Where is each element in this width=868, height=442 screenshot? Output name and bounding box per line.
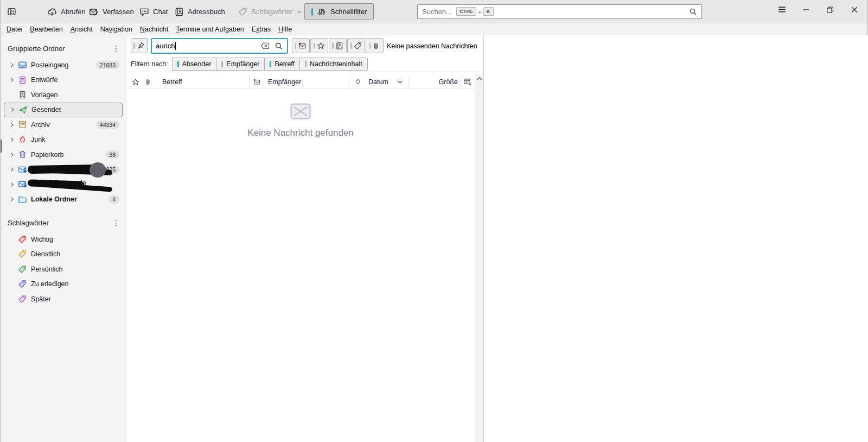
filter-unread-button[interactable] (292, 38, 310, 53)
column-starred[interactable] (132, 74, 139, 89)
menu-extras[interactable]: Extras (248, 24, 275, 34)
thread-list-scrollbar[interactable] (475, 74, 483, 442)
folder-item-entwuerfe[interactable]: Entwürfe (4, 73, 123, 88)
filter-contacts-button[interactable] (329, 38, 347, 53)
chevron-right-icon[interactable] (7, 77, 17, 83)
folder-item-account-redacted-2[interactable]: de (4, 177, 123, 192)
folder-item-papierkorb[interactable]: Papierkorb 38 (4, 147, 123, 162)
filter-starred-button[interactable] (310, 38, 328, 53)
menu-nachricht[interactable]: Nachricht (136, 24, 173, 34)
menu-termine-und-aufgaben[interactable]: Termine und Aufgaben (173, 24, 248, 34)
thread-column-headers: Betreff Empfänger Datum Größe (126, 74, 483, 89)
chevron-right-icon[interactable] (7, 151, 17, 158)
folder-item-vorlagen[interactable]: Vorlagen (4, 87, 123, 103)
chevron-right-icon[interactable] (7, 136, 17, 143)
minimize-button[interactable] (794, 0, 818, 19)
empty-state-message: Keine Nachricht gefunden (126, 128, 475, 138)
quickfilter-pin-button[interactable] (131, 38, 148, 53)
column-divider[interactable] (409, 76, 409, 87)
menu-datei[interactable]: Datei (3, 24, 26, 34)
folder-item-lokale-ordner[interactable]: Lokale Ordner 4 (4, 192, 123, 207)
filter-nachrichteninhalt-button[interactable]: Nachrichteninhalt (299, 58, 368, 71)
quickfilter-search-input[interactable]: aurich (151, 38, 288, 54)
app-menu-button[interactable] (770, 0, 794, 19)
close-icon (851, 6, 858, 14)
chevron-right-icon[interactable] (7, 62, 17, 68)
quickfilter-sliders-icon (317, 8, 326, 16)
chevron-right-icon[interactable] (7, 196, 17, 203)
chevron-right-icon[interactable] (7, 181, 17, 188)
folder-item-posteingang[interactable]: Posteingang 21683 (4, 58, 123, 73)
tag-item-wichtig[interactable]: Wichtig (4, 232, 123, 247)
no-message-envelope-icon (290, 103, 311, 119)
filter-attachment-button[interactable] (366, 38, 384, 53)
tags-kebab-menu[interactable]: ⋮ (112, 220, 120, 225)
column-unread-icon[interactable] (253, 74, 261, 89)
menu-ansicht[interactable]: Ansicht (67, 24, 97, 34)
folder-item-archiv[interactable]: Archiv 44334 (4, 117, 123, 132)
redaction-dot (90, 162, 106, 178)
toggle-indicator (133, 43, 135, 49)
close-button[interactable] (843, 0, 866, 19)
filter-empfaenger-button[interactable]: Empfänger (216, 58, 265, 71)
spaces-toggle-button[interactable] (7, 0, 16, 23)
tag-item-zu-erledigen[interactable]: Zu erledigen (4, 277, 123, 292)
filter-absender-button[interactable]: Absender (172, 58, 217, 71)
filter-by-label: Filtern nach: (131, 60, 168, 68)
scroll-up-arrow-icon[interactable] (476, 77, 482, 81)
compose-button[interactable]: Verfassen (89, 0, 134, 23)
toggle-indicator (314, 43, 315, 49)
chevron-right-icon[interactable] (7, 122, 17, 128)
unread-badge: 4 (108, 195, 119, 204)
quickfilter-search-value: aurich (156, 42, 175, 50)
tag-label: Dienstlich (31, 250, 119, 258)
addressbook-icon (335, 42, 343, 50)
restore-icon (826, 6, 834, 14)
column-empfaenger[interactable]: Empfänger (268, 74, 301, 89)
column-junk-icon[interactable] (354, 74, 361, 89)
cloud-download-icon (47, 7, 57, 17)
chevron-right-icon[interactable] (8, 106, 17, 113)
tag-item-spaeter[interactable]: Später (4, 292, 123, 307)
chevron-right-icon[interactable] (7, 166, 17, 173)
column-divider[interactable] (249, 76, 250, 87)
folder-label: Archiv (31, 121, 96, 129)
tag-item-persoenlich[interactable]: Persönlich (4, 262, 123, 277)
folder-item-account-redacted-1[interactable]: 0925 (4, 162, 123, 178)
quickfilter-status-text: Keine passenden Nachrichten (387, 35, 477, 56)
column-attachment[interactable] (144, 74, 151, 89)
column-divider[interactable] (461, 76, 461, 87)
filter-tags-button[interactable] (347, 38, 365, 53)
folder-item-junk[interactable]: Junk (4, 132, 123, 148)
menu-navigation[interactable]: Navigation (97, 24, 136, 34)
addressbook-button[interactable]: Adressbuch (174, 0, 225, 23)
folders-section-title: Gruppierte Ordner (8, 45, 112, 53)
tag-label: Persönlich (31, 266, 119, 273)
search-icon[interactable] (275, 42, 283, 50)
unread-message-icon (298, 42, 307, 50)
column-betreff[interactable]: Betreff (162, 74, 182, 89)
column-picker-button[interactable] (463, 74, 471, 89)
filter-betreff-button[interactable]: Betreff (264, 58, 300, 71)
clear-input-icon[interactable] (260, 42, 270, 50)
sort-chevron-down-icon[interactable] (397, 74, 404, 89)
star-icon (317, 42, 325, 50)
folder-item-gesendet[interactable]: Gesendet (4, 103, 123, 118)
tags-dropdown-button[interactable]: Schlagwörter (238, 0, 303, 23)
folders-kebab-menu[interactable]: ⋮ (112, 46, 120, 51)
chat-button[interactable]: Chat (139, 0, 168, 23)
restore-button[interactable] (818, 0, 842, 19)
toggle-indicator (305, 61, 307, 67)
column-divider[interactable] (349, 76, 349, 87)
get-messages-label: Abrufen (61, 8, 86, 16)
column-datum[interactable]: Datum (368, 74, 388, 89)
tag-item-dienstlich[interactable]: Dienstlich (4, 247, 123, 262)
paperclip-icon (144, 78, 151, 86)
quickfilter-toggle-button[interactable]: Schnellfilter (304, 3, 374, 20)
global-search-input[interactable]: Suchen... CTRL + K (417, 4, 702, 19)
tag-icon (354, 42, 362, 50)
menu-bearbeiten[interactable]: Bearbeiten (26, 24, 66, 34)
column-groesse[interactable]: Größe (439, 74, 458, 89)
menu-hilfe[interactable]: Hilfe (275, 24, 296, 34)
get-messages-button[interactable]: Abrufen (47, 0, 86, 23)
